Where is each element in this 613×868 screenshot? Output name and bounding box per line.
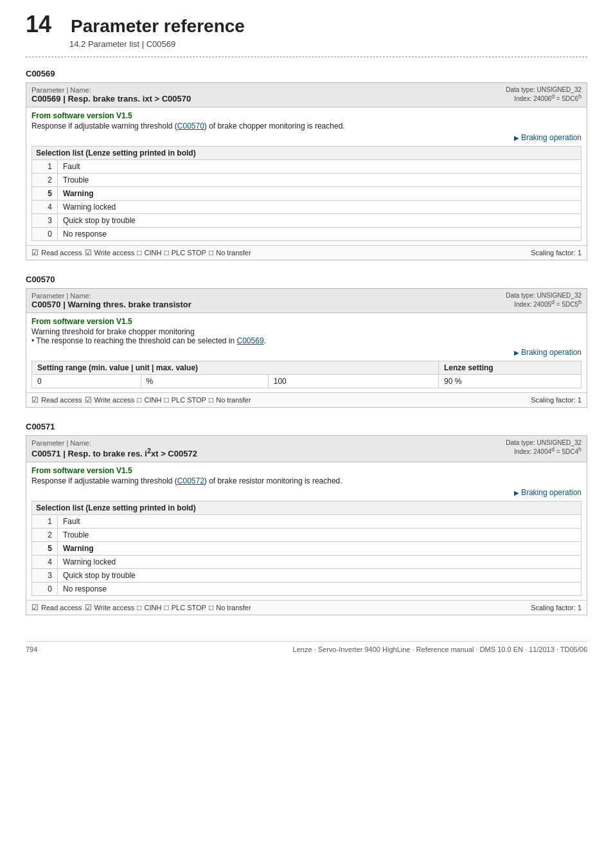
param-description-c00571: Response if adjustable warning threshold… — [31, 476, 582, 485]
range-min: 0 — [32, 375, 141, 388]
param-box-c00570: Parameter | Name: C00570 | Warning thres… — [26, 288, 587, 408]
param-data-type-c00570: Data type: UNSIGNED_32 Index: 24005d = 5… — [506, 292, 582, 308]
table-row: 5 Warning — [32, 187, 582, 201]
page-footer: 794 Lenze · Servo-Inverter 9400 HighLine… — [26, 641, 587, 653]
sel-index: 5 — [32, 187, 58, 201]
table-row: 5 Warning — [32, 542, 582, 556]
selection-table-c00571: 1 Fault 2 Trouble 5 Warning 4 Warning lo… — [31, 514, 582, 596]
subtitle: Parameter list | C00569 — [88, 39, 175, 49]
braking-op-row-c00569: Braking operation — [31, 133, 582, 142]
write-access-label: Write access — [94, 249, 135, 257]
braking-operation-link-c00570[interactable]: Braking operation — [514, 348, 582, 357]
param-footer-c00570: Read access Write access CINH PLC STOP N… — [26, 392, 587, 407]
setting-range-table-c00570: Setting range (min. value | unit | max. … — [31, 361, 582, 388]
cinh-checkbox — [137, 248, 141, 257]
read-access-label: Read access — [41, 249, 82, 257]
scaling-factor: Scaling factor: 1 — [531, 396, 582, 404]
table-header-row: Setting range (min. value | unit | max. … — [32, 361, 582, 375]
read-access-checkbox — [31, 248, 39, 257]
cinh-label: CINH — [145, 396, 162, 404]
param-body-c00570: From software version V1.5 Warning thres… — [26, 313, 587, 392]
param-name-c00569: C00569 | Resp. brake trans. ixt > C00570 — [31, 94, 191, 104]
range-unit: % — [141, 375, 268, 388]
section-c00569-id: C00569 — [26, 69, 587, 78]
braking-operation-link-c00569[interactable]: Braking operation — [514, 133, 582, 142]
param-label-c00570: Parameter | Name: — [31, 292, 191, 300]
plc-stop-label: PLC STOP — [172, 604, 206, 611]
from-version-c00570: From software version V1.5 — [31, 317, 582, 326]
chapter-number: 14 — [26, 13, 51, 36]
write-access-label: Write access — [94, 396, 135, 404]
table-row: 2 Trouble — [32, 174, 582, 187]
subtitle-number: 14.2 — [69, 39, 85, 49]
section-c00570-id: C00570 — [26, 275, 587, 284]
no-transfer-label: No transfer — [216, 396, 251, 404]
from-version-c00571: From software version V1.5 — [31, 466, 582, 475]
param-header-c00570: Parameter | Name: C00570 | Warning thres… — [26, 289, 587, 313]
page-number: 794 — [26, 646, 37, 653]
write-access-label: Write access — [94, 604, 135, 611]
param-footer-c00571: Read access Write access CINH PLC STOP N… — [26, 600, 587, 615]
table-row: 3 Quick stop by trouble — [32, 569, 582, 583]
table-row: 3 Quick stop by trouble — [32, 214, 582, 228]
from-version-c00569: From software version V1.5 — [31, 111, 582, 120]
no-transfer-label: No transfer — [216, 249, 251, 257]
cinh-checkbox — [137, 603, 141, 612]
plc-stop-label: PLC STOP — [172, 396, 206, 404]
sel-index: 2 — [32, 529, 58, 542]
cinh-checkbox — [137, 395, 141, 404]
chapter-title: Parameter reference — [71, 16, 245, 37]
write-access-checkbox — [85, 248, 92, 257]
scaling-factor: Scaling factor: 1 — [531, 604, 582, 611]
write-access-checkbox — [85, 395, 92, 404]
param-label-c00569: Parameter | Name: — [31, 86, 191, 94]
param-description-c00569: Response if adjustable warning threshold… — [31, 122, 582, 131]
sel-index: 4 — [32, 201, 58, 214]
param-header-c00569: Parameter | Name: C00569 | Resp. brake t… — [26, 83, 587, 107]
scaling-factor: Scaling factor: 1 — [531, 249, 582, 257]
sel-label: Warning locked — [58, 556, 582, 569]
link-c00569[interactable]: C00569 — [237, 336, 264, 345]
param-data-type-c00571: Data type: UNSIGNED_32 Index: 24004d = 5… — [506, 439, 582, 455]
plc-stop-checkbox — [164, 395, 169, 404]
table-row: 0 No response — [32, 583, 582, 596]
page-header: 14 Parameter reference — [26, 13, 587, 37]
braking-op-row-c00571: Braking operation — [31, 488, 582, 497]
sel-index: 1 — [32, 515, 58, 529]
read-access-checkbox — [31, 395, 39, 404]
sel-label: Warning locked — [58, 201, 582, 214]
write-access-checkbox — [85, 603, 92, 612]
param-body-c00569: From software version V1.5 Response if a… — [26, 107, 587, 245]
param-box-c00571: Parameter | Name: C00571 | Resp. to brak… — [26, 435, 587, 615]
param-data-type-c00569: Data type: UNSIGNED_32 Index: 24006d = 5… — [506, 86, 582, 102]
sel-index: 4 — [32, 556, 58, 569]
table-row: 1 Fault — [32, 160, 582, 174]
no-transfer-checkbox — [209, 248, 213, 257]
param-label-c00571: Parameter | Name: — [31, 439, 197, 447]
plc-stop-label: PLC STOP — [172, 249, 206, 257]
sel-label: Warning — [58, 187, 582, 201]
sel-label: Fault — [58, 515, 582, 529]
braking-operation-link-c00571[interactable]: Braking operation — [514, 488, 582, 497]
setting-range-header: Setting range (min. value | unit | max. … — [32, 361, 439, 375]
read-access-label: Read access — [41, 604, 82, 611]
sel-label: Fault — [58, 160, 582, 174]
cinh-label: CINH — [145, 249, 162, 257]
table-row: 0 No response — [32, 228, 582, 241]
section-divider — [26, 57, 587, 57]
sel-label: Trouble — [58, 529, 582, 542]
plc-stop-checkbox — [164, 603, 169, 612]
selection-list-header-c00571: Selection list (Lenze setting printed in… — [31, 501, 582, 514]
sel-label: Trouble — [58, 174, 582, 187]
link-c00570[interactable]: C00570 — [177, 122, 204, 131]
sel-index: 5 — [32, 542, 58, 556]
table-row: 4 Warning locked — [32, 556, 582, 569]
param-description-c00570: Warning threshold for brake chopper moni… — [31, 327, 582, 345]
link-c00572[interactable]: C00572 — [177, 476, 204, 485]
selection-table-c00569: 1 Fault 2 Trouble 5 Warning 4 Warning lo… — [31, 159, 582, 241]
no-transfer-label: No transfer — [216, 604, 251, 611]
read-access-label: Read access — [41, 396, 82, 404]
sel-index: 3 — [32, 214, 58, 228]
table-row: 4 Warning locked — [32, 201, 582, 214]
sel-index: 2 — [32, 174, 58, 187]
